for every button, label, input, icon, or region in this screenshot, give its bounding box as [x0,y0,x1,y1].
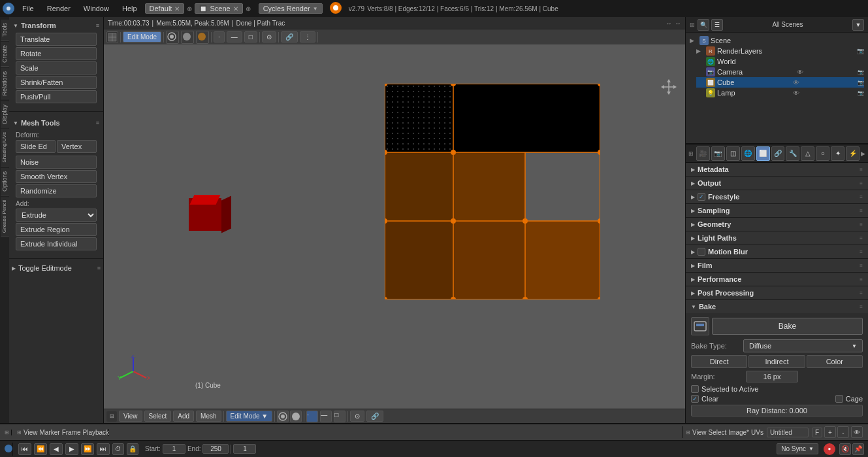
corner-resize-left[interactable]: ↔ [666,20,672,27]
play-btn[interactable]: ▶ [65,443,78,455]
performance-header[interactable]: Performance ≡ [686,273,868,286]
geometry-header[interactable]: Geometry ≡ [686,218,868,231]
freestyle-menu[interactable]: ≡ [860,194,863,200]
outliner-camera[interactable]: 📷 Camera 👁 📷 [696,67,864,77]
bake-direct-btn[interactable]: Direct [691,355,747,368]
extrude-region-btn[interactable]: Extrude Region [16,223,97,236]
edit-mode-selector[interactable]: Edit Mode ▼ [226,411,273,422]
vp-mesh-btn[interactable]: Mesh [196,411,221,422]
vp-solid-icon[interactable] [277,411,289,422]
proportional-edit-btn[interactable]: ⊙ [262,31,276,42]
outliner-filter-icon[interactable]: ☰ [711,19,723,31]
prop-layers-icon[interactable]: ◫ [726,146,740,161]
outliner-scene[interactable]: ▶ S Scene [690,35,864,46]
marker-label[interactable]: Marker [40,429,60,436]
transform-menu-icon[interactable]: ≡ [96,22,99,29]
lock-icon[interactable]: 🔒 [127,443,138,455]
texture-mode-btn[interactable] [196,31,209,44]
select-mode-edge[interactable]: — [227,31,242,42]
film-menu[interactable]: ≡ [860,263,863,269]
vp-proportional[interactable]: ⊙ [350,411,364,422]
start-field[interactable] [163,444,185,454]
sampling-menu[interactable]: ≡ [860,208,863,214]
menu-file[interactable]: File [17,3,39,14]
default-tab[interactable]: Default ✕ [145,3,185,14]
freestyle-header[interactable]: Freestyle ≡ [686,190,868,203]
lamp-visibility[interactable]: 👁 [793,90,799,97]
vp-select-btn[interactable]: Select [144,411,172,422]
solid-mode-btn[interactable] [181,31,194,44]
sidebar-tab-relations[interactable]: Relations [1,68,9,100]
jump-end-btn[interactable]: ⏭ [97,443,110,455]
menu-render[interactable]: Render [42,3,76,14]
output-header[interactable]: Output ≡ [686,177,868,190]
uv-view-btn[interactable]: View [692,429,707,436]
view-label[interactable]: View [24,429,38,436]
sampling-header[interactable]: Sampling ≡ [686,204,868,217]
prop-physics-icon[interactable]: ⚡ [846,146,860,161]
snap-btn[interactable]: 🔗 [281,31,298,42]
post-processing-menu[interactable]: ≡ [860,290,863,296]
bake-type-dropdown[interactable]: Diffuse ▼ [743,339,863,352]
scene-tab-add[interactable]: ⊕ [246,5,251,12]
uv-title-field[interactable]: Untitled [767,428,809,437]
uv-select-btn[interactable]: Select [709,429,727,436]
prop-modifier-icon[interactable]: 🔧 [786,146,799,161]
render-preview-btn[interactable] [166,31,179,44]
rotate-btn[interactable]: Rotate [16,47,97,60]
extrude-select[interactable]: Extrude [16,209,97,222]
margin-value[interactable]: 16 px [746,371,798,382]
prop-object-icon[interactable]: ⬜ [756,146,770,161]
lamp-render[interactable]: 📷 [858,90,864,96]
edit-mode-btn[interactable]: Edit Mode [123,31,161,42]
prop-camera-icon[interactable]: 📷 [711,146,725,161]
motion-blur-checkbox[interactable] [698,248,705,256]
vp-face-select[interactable]: □ [334,411,346,422]
uv-add-icon[interactable]: + [824,426,836,438]
bake-menu[interactable]: ≡ [860,304,863,310]
uv-uvs-btn[interactable]: UVs [751,429,764,436]
light-paths-header[interactable]: Light Paths ≡ [686,231,868,245]
ray-distance-value[interactable]: Ray Distanc: 0.000 [691,405,863,416]
vp-view-btn[interactable]: View [119,411,142,422]
vp-vert-select[interactable]: · [306,411,318,422]
tab-add-icon[interactable]: ✕ [174,5,180,12]
sidebar-tab-display[interactable]: Display [1,101,9,128]
uv-image-btn[interactable]: Image* [728,429,749,436]
play-reverse-btn[interactable]: ◀ [50,443,63,455]
cube-render[interactable]: 📷 [858,80,864,86]
select-mode-vert[interactable]: · [214,31,225,42]
metadata-menu[interactable]: ≡ [860,167,863,173]
extrude-individual-btn[interactable]: Extrude Individual [16,237,97,250]
menu-help[interactable]: Help [117,3,142,14]
scene-tab-close[interactable]: ✕ [233,5,238,12]
vp-add-btn[interactable]: Add [173,411,194,422]
scale-btn[interactable]: Scale [16,61,97,75]
snap-type-btn[interactable]: ⋮ [300,31,315,42]
frame-label[interactable]: Frame [62,429,81,436]
noise-btn[interactable]: Noise [16,156,97,169]
prop-material-icon[interactable]: ○ [816,146,829,161]
audio-pin-icon[interactable]: 📌 [852,443,864,455]
shrink-btn[interactable]: Shrink/Fatten [16,76,97,89]
metadata-header[interactable]: Metadata ≡ [686,163,868,176]
pushpull-btn[interactable]: Push/Pull [16,90,97,103]
renderlayers-camera-icon[interactable]: 📷 [857,48,864,54]
sync-dropdown[interactable]: No Sync ▼ [777,443,818,454]
outliner-render-layers[interactable]: ▶ R RenderLayers 📷 [696,46,864,56]
geometry-menu[interactable]: ≡ [860,222,863,228]
scene-tab[interactable]: 🔲 Scene ✕ [195,3,242,14]
freestyle-checkbox[interactable] [698,193,705,201]
camera-visibility[interactable]: 👁 [797,69,803,76]
performance-menu[interactable]: ≡ [860,277,863,282]
prop-particles-icon[interactable]: ✦ [831,146,844,161]
menu-window[interactable]: Window [78,3,114,14]
sidebar-tab-create[interactable]: Create [1,42,9,67]
uv-frame-label[interactable]: F [812,428,822,437]
outliner-dropdown-icon[interactable]: ▼ [852,19,864,31]
outliner-search-icon[interactable]: 🔍 [698,19,709,31]
cube-visibility[interactable]: 👁 [793,79,799,86]
engine-selector[interactable]: Cycles Render ▼ [259,3,323,14]
film-header[interactable]: Film ≡ [686,259,868,272]
corner-resize-right[interactable]: ↔ [675,20,681,27]
